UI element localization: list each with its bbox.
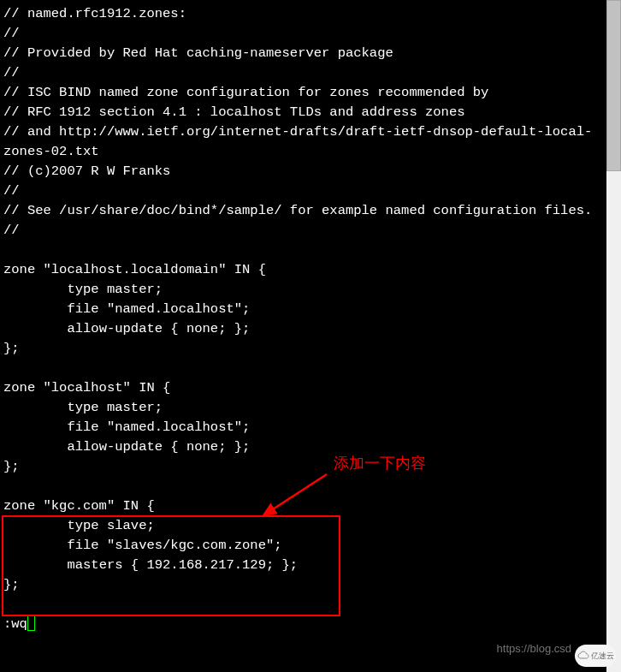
code-line: file "named.localhost"; bbox=[3, 418, 594, 437]
code-line: }; bbox=[3, 457, 594, 477]
code-line: type slave; bbox=[3, 516, 594, 536]
code-line: zone "kgc.com" IN { bbox=[3, 497, 594, 516]
blank-line bbox=[3, 477, 594, 497]
code-line: file "slaves/kgc.com.zone"; bbox=[3, 536, 594, 556]
blank-line bbox=[3, 241, 594, 260]
scrollbar-thumb[interactable] bbox=[606, 0, 621, 171]
vim-command-text: :wq bbox=[3, 616, 27, 632]
badge-text: 亿速云 bbox=[591, 646, 614, 666]
code-line: // named.rfc1912.zones: bbox=[3, 4, 594, 24]
code-line: }; bbox=[3, 575, 594, 595]
code-line: // bbox=[3, 24, 594, 44]
code-line: allow-update { none; }; bbox=[3, 319, 594, 339]
code-line: type master; bbox=[3, 280, 594, 300]
code-line: file "named.localhost"; bbox=[3, 300, 594, 319]
blank-line bbox=[3, 595, 594, 615]
code-line: // (c)2007 R W Franks bbox=[3, 162, 594, 181]
cursor-icon bbox=[27, 616, 35, 631]
code-line: // See /usr/share/doc/bind*/sample/ for … bbox=[3, 201, 594, 221]
code-line: // bbox=[3, 63, 594, 83]
code-line: // Provided by Red Hat caching-nameserve… bbox=[3, 44, 594, 63]
cloud-icon bbox=[577, 651, 589, 661]
code-line: allow-update { none; }; bbox=[3, 437, 594, 457]
code-line: masters { 192.168.217.129; }; bbox=[3, 556, 594, 575]
logo-badge: 亿速云 bbox=[575, 645, 616, 667]
vim-command-line[interactable]: :wq bbox=[3, 615, 594, 634]
blank-line bbox=[3, 359, 594, 378]
watermark-text: https://blog.csd bbox=[497, 639, 571, 658]
code-line: zone "localhost.localdomain" IN { bbox=[3, 260, 594, 280]
code-line: type master; bbox=[3, 398, 594, 418]
code-line: zone "localhost" IN { bbox=[3, 378, 594, 398]
code-line: // ISC BIND named zone configuration for… bbox=[3, 83, 594, 103]
code-line: // and http://www.ietf.org/internet-draf… bbox=[3, 122, 594, 162]
code-line: }; bbox=[3, 339, 594, 359]
code-line: // bbox=[3, 181, 594, 201]
vertical-scrollbar[interactable] bbox=[606, 0, 621, 672]
code-line: // RFC 1912 section 4.1 : localhost TLDs… bbox=[3, 103, 594, 122]
code-line: // bbox=[3, 221, 594, 241]
terminal-editor[interactable]: // named.rfc1912.zones: // // Provided b… bbox=[0, 0, 597, 672]
